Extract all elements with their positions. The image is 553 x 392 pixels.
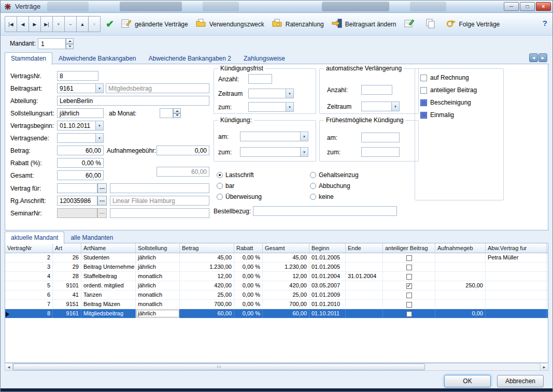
scrollbar-thumb[interactable] bbox=[13, 364, 425, 370]
cell-anteilig[interactable] bbox=[383, 281, 435, 290]
spin-up-icon[interactable] bbox=[66, 38, 74, 44]
tab-zahlungsweise[interactable]: Zahlungsweise bbox=[237, 52, 291, 64]
cell-artname[interactable]: Mitgliedsbeitrag bbox=[81, 309, 136, 318]
anteiliger-beitrag-checkbox[interactable] bbox=[406, 255, 412, 261]
cell-gesamt[interactable]: 60,00 bbox=[263, 309, 309, 318]
frueheste-kuendigung-zum-input[interactable] bbox=[361, 147, 400, 157]
cell-anteilig[interactable] bbox=[383, 263, 435, 271]
last-record-button[interactable]: ▶| bbox=[40, 16, 53, 32]
edit-record-button[interactable]: ▲ bbox=[76, 16, 89, 32]
column-header-abw[interactable]: Abw.Vertrag fur bbox=[486, 243, 547, 253]
cell-betrag[interactable]: 60,00 bbox=[180, 309, 234, 318]
kuendigung-zum-combo[interactable] bbox=[240, 147, 308, 157]
cell-gesamt[interactable]: 12,00 bbox=[263, 272, 309, 281]
cell-beginn[interactable]: 01.01.2005 bbox=[309, 253, 346, 262]
cell-art[interactable]: 41 bbox=[53, 291, 81, 299]
column-header-art[interactable]: Art bbox=[53, 243, 81, 253]
abteilung-input[interactable]: LebenBerlin bbox=[57, 96, 209, 106]
delete-record-button[interactable]: − bbox=[64, 16, 77, 32]
tab-scroll-right-icon[interactable] bbox=[538, 53, 547, 62]
cell-gesamt[interactable]: 1.230,00 bbox=[263, 263, 309, 271]
seminarnr-lookup-button[interactable]: … bbox=[97, 208, 107, 218]
tab-aktuelle-mandant[interactable]: aktuelle Mandant bbox=[5, 231, 64, 244]
rg-anschrift-input[interactable]: 120035986 bbox=[57, 196, 97, 206]
ok-button[interactable]: OK bbox=[444, 375, 491, 387]
cell-betrag[interactable]: 45,00 bbox=[180, 253, 234, 262]
column-header-beginn[interactable]: Beginn bbox=[309, 243, 346, 253]
table-row[interactable]: 89161Mitgliedsbeitragjährlich60,000,00 %… bbox=[5, 309, 548, 318]
cell-sollstellung[interactable]: monatlich bbox=[136, 272, 180, 281]
vertrag-fuer-input[interactable] bbox=[57, 183, 97, 193]
checkbox-anteiliger-beitrag[interactable]: anteiliger Beitrag bbox=[420, 86, 477, 94]
cell-betrag[interactable]: 25,00 bbox=[180, 291, 234, 299]
radio-bar[interactable]: bar bbox=[217, 182, 234, 190]
cell-sollstellung[interactable]: monatlich bbox=[136, 300, 180, 309]
cell-ende[interactable] bbox=[346, 253, 383, 262]
cell-ende[interactable] bbox=[346, 309, 383, 318]
kuendigung-am-combo[interactable] bbox=[240, 132, 308, 141]
beitragsart-aendern-button[interactable]: Beitragsart ändern bbox=[330, 17, 398, 32]
cell-abw[interactable] bbox=[486, 263, 547, 271]
cell-ende[interactable] bbox=[346, 281, 383, 290]
cell-art[interactable]: 26 bbox=[53, 253, 81, 262]
kuendigungsfrist-anzahl-input[interactable] bbox=[248, 74, 272, 84]
radio-gehaltseinzug[interactable]: Gehaltseinzug bbox=[310, 171, 359, 179]
beitragsart-combo[interactable]: 9161 bbox=[57, 83, 104, 93]
cell-rabatt[interactable]: 0,00 % bbox=[234, 300, 263, 309]
column-header-anteilig[interactable]: anteiliger Beitrag bbox=[383, 243, 435, 253]
cell-ende[interactable] bbox=[346, 291, 383, 299]
cell-betrag[interactable]: 420,00 bbox=[180, 281, 234, 290]
sollstellungsart-input[interactable]: jährlich bbox=[57, 108, 104, 118]
cell-artname[interactable]: Beitrag Unternehme bbox=[81, 263, 136, 271]
tab-stammdaten[interactable]: Stammdaten bbox=[5, 52, 52, 65]
cell-aufnahmegeb[interactable] bbox=[435, 291, 486, 299]
next-record-button[interactable]: ▶ bbox=[29, 16, 41, 32]
cell-beginn[interactable]: 01.01.2010 bbox=[309, 300, 346, 309]
column-header-vertragnr[interactable]: VertragNr bbox=[5, 243, 53, 253]
cell-artname[interactable]: Beitrag Mäzen bbox=[81, 300, 136, 309]
anteiliger-beitrag-checkbox[interactable] bbox=[406, 274, 412, 280]
cell-art[interactable]: 29 bbox=[53, 263, 81, 271]
horizontal-scrollbar[interactable] bbox=[5, 363, 548, 371]
cell-art[interactable]: 9161 bbox=[53, 309, 81, 318]
cell-vertragnr[interactable]: 4 bbox=[5, 272, 53, 281]
betrag-input[interactable]: 60,00 bbox=[57, 146, 104, 155]
cell-vertragnr[interactable]: 5 bbox=[5, 281, 53, 290]
anteiliger-beitrag-checkbox[interactable] bbox=[406, 311, 412, 317]
cell-vertragnr[interactable]: 3 bbox=[5, 263, 53, 271]
cell-beginn[interactable]: 01.01.2004 bbox=[309, 272, 346, 281]
cell-aufnahmegeb[interactable] bbox=[435, 272, 486, 281]
column-header-aufnahmegeb[interactable]: Aufnahmegeb bbox=[435, 243, 486, 253]
cell-aufnahmegeb[interactable] bbox=[435, 300, 486, 309]
vertrag-fuer-lookup-button[interactable]: … bbox=[97, 183, 107, 193]
cell-gesamt[interactable]: 420,00 bbox=[263, 281, 309, 290]
auto-verlaengerung-zeitraum-combo[interactable] bbox=[361, 101, 400, 111]
cell-artname[interactable]: Staffelbeitrag bbox=[81, 272, 136, 281]
close-button[interactable]: × bbox=[536, 2, 551, 11]
auto-verlaengerung-anzahl-input[interactable] bbox=[361, 85, 392, 95]
cell-betrag[interactable]: 12,00 bbox=[180, 272, 234, 281]
cell-beginn[interactable]: 01.01.2005 bbox=[309, 263, 346, 271]
table-row[interactable]: 79151Beitrag Mäzenmonatlich700,000,00 %7… bbox=[5, 300, 548, 309]
spin-down-icon[interactable] bbox=[66, 44, 74, 50]
mandant-spinner[interactable] bbox=[66, 38, 74, 49]
cell-anteilig[interactable] bbox=[383, 272, 435, 281]
scroll-left-icon[interactable] bbox=[5, 364, 13, 370]
cell-art[interactable]: 9151 bbox=[53, 300, 81, 309]
cell-abw[interactable] bbox=[486, 300, 547, 309]
cell-rabatt[interactable]: 0,00 % bbox=[234, 272, 263, 281]
cell-vertragnr[interactable]: 6 bbox=[5, 291, 53, 299]
table-row[interactable]: 641Tanzenmonatlich25,000,00 %25,0001.01.… bbox=[5, 291, 548, 300]
cell-rabatt[interactable]: 0,00 % bbox=[234, 309, 263, 318]
cell-ende[interactable]: 31.01.2004 bbox=[346, 272, 383, 281]
kuendigungsfrist-zeitraum-combo[interactable] bbox=[248, 89, 294, 98]
cell-rabatt[interactable]: 0,00 % bbox=[234, 263, 263, 271]
vertragsbeginn-combo[interactable]: 01.10.2011 bbox=[57, 121, 104, 130]
tab-scroll-left-icon[interactable] bbox=[529, 53, 538, 62]
vertragsnr-input[interactable]: 8 bbox=[57, 71, 98, 81]
cell-sollstellung[interactable]: jährlich bbox=[136, 263, 180, 271]
ratenzahlung-button[interactable]: Ratenzahlung bbox=[270, 17, 325, 32]
cell-anteilig[interactable] bbox=[383, 291, 435, 299]
cell-anteilig[interactable] bbox=[383, 300, 435, 309]
radio-lastschrift[interactable]: Lastschrift bbox=[217, 171, 254, 179]
